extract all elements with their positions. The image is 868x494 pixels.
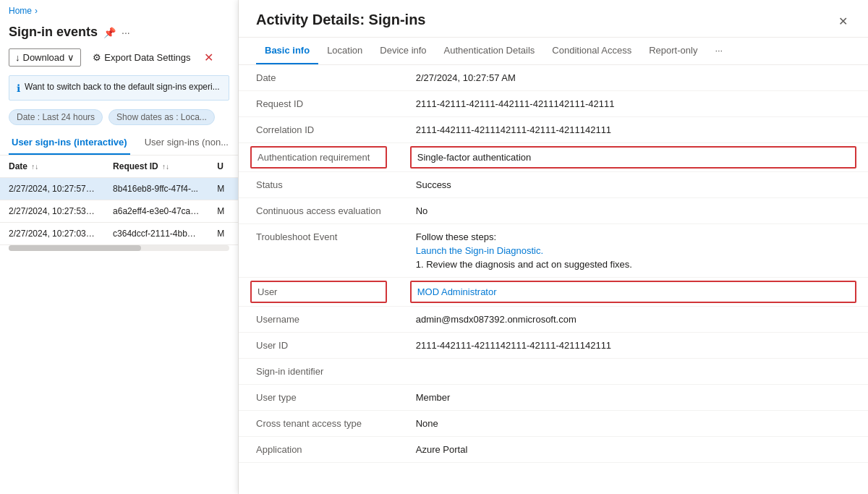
detail-tabs: Basic info Location Device info Authenti… (239, 38, 868, 65)
field-label: Troubleshoot Event (239, 224, 399, 278)
field-value: 2111-442111-4211142111-42111-4211142111 (399, 333, 868, 359)
detail-panel: Activity Details: Sign-ins ✕ Basic info … (239, 0, 868, 494)
field-value: Follow these steps: Launch the Sign-in D… (399, 224, 868, 278)
tab-authentication-details[interactable]: Authentication Details (435, 38, 544, 64)
detail-title: Activity Details: Sign-ins (256, 12, 426, 37)
detail-tabs-more-icon[interactable]: ··· (709, 38, 728, 64)
field-label: Sign-in identifier (239, 359, 399, 385)
tab-conditional-access[interactable]: Conditional Access (543, 38, 640, 64)
field-status: Status Success (239, 172, 868, 198)
field-auth-requirement: Authentication requirement Single-factor… (239, 143, 868, 172)
row-user: M (208, 200, 238, 223)
field-label: User (239, 278, 399, 307)
field-user: User MOD Administrator (239, 278, 868, 307)
col-request-id[interactable]: Request ID ↑↓ (104, 156, 208, 178)
signin-table: Date ↑↓ Request ID ↑↓ U 2/2 (0, 156, 238, 245)
troubleshoot-steps-header: Follow these steps: (416, 231, 851, 242)
scroll-thumb[interactable] (9, 245, 141, 251)
field-value: Single-factor authentication (399, 143, 868, 172)
download-icon: ↓ (15, 52, 20, 63)
filter-row: Date : Last 24 hours Show dates as : Loc… (0, 103, 238, 131)
field-request-id: Request ID 2111-42111-42111-442111-42111… (239, 91, 868, 117)
detail-header: Activity Details: Sign-ins ✕ (239, 0, 868, 38)
show-dates-chip[interactable]: Show dates as : Loca... (109, 109, 215, 125)
tab-report-only[interactable]: Report-only (640, 38, 706, 64)
auth-requirement-highlight-value: Single-factor authentication (410, 146, 856, 169)
field-label: Request ID (239, 91, 399, 117)
tabs-row: User sign-ins (interactive) User sign-in… (0, 131, 238, 156)
table-row[interactable]: 2/27/2024, 10:27:57 ... 8b416eb8-9ffc-47… (0, 178, 238, 200)
field-value: 2111-442111-4211142111-42111-4211142111 (399, 117, 868, 143)
field-value: Success (399, 172, 868, 198)
panel-title-row: Sign-in events 📌 ··· (0, 22, 238, 46)
date-filter-label: Date (17, 112, 35, 122)
row-request-id: a6a2eff4-e3e0-47ca-... (104, 200, 208, 223)
table-row[interactable]: 2/27/2024, 10:27:53 ... a6a2eff4-e3e0-47… (0, 200, 238, 223)
field-application: Application Azure Portal (239, 437, 868, 463)
breadcrumb-home[interactable]: Home (9, 6, 32, 16)
field-user-type: User type Member (239, 385, 868, 411)
field-label: Date (239, 65, 399, 91)
close-detail-button[interactable]: ✕ (835, 12, 851, 31)
info-banner-text: Want to switch back to the default sign-… (25, 82, 220, 92)
show-dates-label: Show dates as : (116, 112, 178, 122)
export-label: Export Data Settings (104, 52, 190, 63)
field-value: Member (399, 385, 868, 411)
breadcrumb-chevron: › (35, 6, 38, 16)
export-settings-button[interactable]: ⚙ Export Data Settings (87, 49, 196, 66)
field-label: Application (239, 437, 399, 463)
field-label: User ID (239, 333, 399, 359)
field-value: 2111-42111-42111-442111-4211142111-42111 (399, 91, 868, 117)
field-date: Date 2/27/2024, 10:27:57 AM (239, 65, 868, 91)
toolbar: ↓ Download ∨ ⚙ Export Data Settings ✕ (0, 46, 238, 72)
tab-device-info[interactable]: Device info (371, 38, 435, 64)
horizontal-scrollbar[interactable] (9, 245, 229, 251)
table-container: Date ↑↓ Request ID ↑↓ U 2/2 (0, 156, 238, 494)
field-value: MOD Administrator (399, 278, 868, 307)
tab-basic-info[interactable]: Basic info (256, 38, 318, 64)
auth-requirement-highlight-label: Authentication requirement (250, 146, 387, 169)
row-date: 2/27/2024, 10:27:57 ... (0, 178, 104, 200)
tab-interactive[interactable]: User sign-ins (interactive) (9, 131, 130, 155)
col-date[interactable]: Date ↑↓ (0, 156, 104, 178)
panel-more-icon[interactable]: ··· (122, 27, 130, 38)
table-row[interactable]: 2/27/2024, 10:27:03 ... c364dccf-2111-4b… (0, 223, 238, 245)
field-label: Cross tenant access type (239, 411, 399, 437)
field-user-id: User ID 2111-442111-4211142111-42111-421… (239, 333, 868, 359)
date-filter-value: Last 24 hours (42, 112, 95, 122)
launch-diagnostic-link[interactable]: Launch the Sign-in Diagnostic. (416, 245, 851, 256)
row-request-id: c364dccf-2111-4bbd-... (104, 223, 208, 245)
tab-location[interactable]: Location (318, 38, 371, 64)
field-label: Username (239, 307, 399, 333)
row-date: 2/27/2024, 10:27:53 ... (0, 200, 104, 223)
user-highlight-label: User (250, 281, 387, 303)
field-continuous-access: Continuous access evaluation No (239, 198, 868, 224)
user-link[interactable]: MOD Administrator (417, 286, 497, 297)
field-label: Correlation ID (239, 117, 399, 143)
troubleshoot-content: Follow these steps: Launch the Sign-in D… (416, 231, 851, 270)
close-filter-button[interactable]: ✕ (203, 49, 215, 66)
row-user: M (208, 178, 238, 200)
field-label: Status (239, 172, 399, 198)
download-button[interactable]: ↓ Download ∨ (9, 48, 81, 67)
field-value: None (399, 411, 868, 437)
col-user: U (208, 156, 238, 178)
detail-table: Date 2/27/2024, 10:27:57 AM Request ID 2… (239, 65, 868, 463)
date-sort-icon: ↑↓ (31, 163, 38, 171)
tab-non-interactive[interactable]: User sign-ins (non... (142, 131, 231, 155)
download-chevron-icon: ∨ (67, 52, 75, 63)
show-dates-value: Loca... (181, 112, 207, 122)
pin-icon[interactable]: 📌 (103, 27, 116, 38)
field-correlation-id: Correlation ID 2111-442111-4211142111-42… (239, 117, 868, 143)
row-request-id: 8b416eb8-9ffc-47f4-... (104, 178, 208, 200)
field-label: User type (239, 385, 399, 411)
field-value: 2/27/2024, 10:27:57 AM (399, 65, 868, 91)
date-filter-chip[interactable]: Date : Last 24 hours (9, 109, 103, 125)
field-cross-tenant: Cross tenant access type None (239, 411, 868, 437)
requestid-sort-icon: ↑↓ (162, 163, 169, 171)
field-troubleshoot: Troubleshoot Event Follow these steps: L… (239, 224, 868, 278)
field-value: Azure Portal (399, 437, 868, 463)
row-date: 2/27/2024, 10:27:03 ... (0, 223, 104, 245)
field-value: admin@msdx087392.onmicrosoft.com (399, 307, 868, 333)
troubleshoot-numbered-step: 1. Review the diagnosis and act on sugge… (416, 259, 851, 270)
